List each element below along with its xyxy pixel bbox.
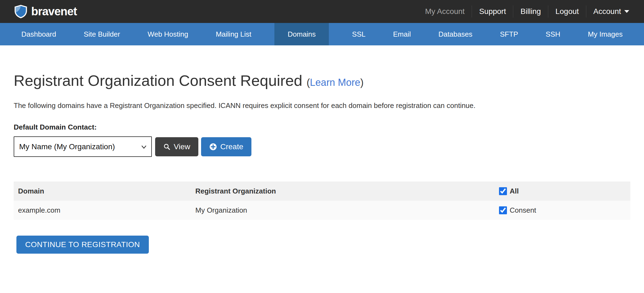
topbar-link-support[interactable]: Support — [472, 5, 513, 17]
view-button[interactable]: View — [155, 137, 198, 156]
topbar-link-my-account[interactable]: My Account — [418, 5, 472, 17]
topbar: bravenet My Account Support Billing Logo… — [0, 0, 644, 23]
bravenet-shield-icon — [14, 4, 28, 19]
topbar-link-logout[interactable]: Logout — [548, 5, 586, 17]
consent-checkbox-label: Consent — [510, 206, 536, 215]
consent-checkbox[interactable] — [499, 206, 507, 214]
consent-table: Domain Registrant Organization All examp… — [14, 181, 630, 220]
nav-item-my-images[interactable]: My Images — [584, 23, 627, 45]
topbar-link-account-menu[interactable]: Account — [586, 5, 636, 17]
nav-item-mailing-list[interactable]: Mailing List — [211, 23, 256, 45]
learn-more-close-paren: ) — [360, 77, 364, 88]
nav-item-ssl[interactable]: SSL — [348, 23, 370, 45]
domain-contact-select[interactable]: My Name (My Organization) — [14, 136, 152, 157]
nav-item-databases[interactable]: Databases — [434, 23, 477, 45]
all-checkbox-label: All — [510, 187, 519, 195]
continue-to-registration-button[interactable]: CONTINUE TO REGISTRATION — [16, 236, 149, 254]
all-consent-checkbox[interactable] — [499, 187, 507, 195]
plus-circle-icon — [209, 143, 217, 151]
learn-more-link[interactable]: Learn More — [310, 77, 360, 88]
default-domain-contact-label: Default Domain Contact: — [14, 123, 630, 131]
bravenet-logo[interactable]: bravenet — [14, 4, 77, 19]
nav-item-email[interactable]: Email — [389, 23, 415, 45]
row-domain: example.com — [14, 206, 191, 215]
search-icon — [163, 143, 170, 150]
account-menu-label: Account — [593, 7, 621, 16]
nav-item-web-hosting[interactable]: Web Hosting — [143, 23, 193, 45]
caret-down-icon — [624, 10, 629, 13]
table-header-row: Domain Registrant Organization All — [14, 181, 630, 201]
header-registrant-organization: Registrant Organization — [191, 187, 495, 195]
page-title: Registrant Organization Consent Required… — [14, 72, 630, 89]
row-registrant-organization: My Organization — [191, 206, 495, 215]
nav-item-dashboard[interactable]: Dashboard — [17, 23, 60, 45]
contact-select-wrap: My Name (My Organization) — [14, 136, 152, 157]
main-navbar: Dashboard Site Builder Web Hosting Maili… — [0, 23, 644, 45]
create-button[interactable]: Create — [201, 137, 251, 156]
header-all-cell: All — [495, 187, 630, 195]
nav-item-ssh[interactable]: SSH — [541, 23, 565, 45]
nav-item-domains[interactable]: Domains — [274, 23, 329, 45]
topbar-link-billing[interactable]: Billing — [513, 5, 548, 17]
learn-more-open-paren: ( — [307, 77, 310, 88]
create-button-label: Create — [220, 142, 243, 151]
topbar-links: My Account Support Billing Logout Accoun… — [418, 0, 636, 23]
table-row: example.com My Organization Consent — [14, 201, 630, 220]
main-content: Registrant Organization Consent Required… — [0, 72, 644, 254]
page-title-text: Registrant Organization Consent Required — [14, 72, 302, 89]
row-consent-cell: Consent — [495, 206, 630, 215]
brand-name: bravenet — [31, 5, 77, 18]
view-button-label: View — [174, 142, 190, 151]
page-description: The following domains have a Registrant … — [14, 101, 630, 110]
learn-more-wrap: (Learn More) — [307, 77, 364, 88]
nav-item-sftp[interactable]: SFTP — [495, 23, 522, 45]
page-root: bravenet My Account Support Billing Logo… — [0, 0, 644, 293]
header-domain: Domain — [14, 187, 191, 195]
contact-controls-row: My Name (My Organization) View — [14, 136, 630, 157]
nav-item-site-builder[interactable]: Site Builder — [79, 23, 124, 45]
